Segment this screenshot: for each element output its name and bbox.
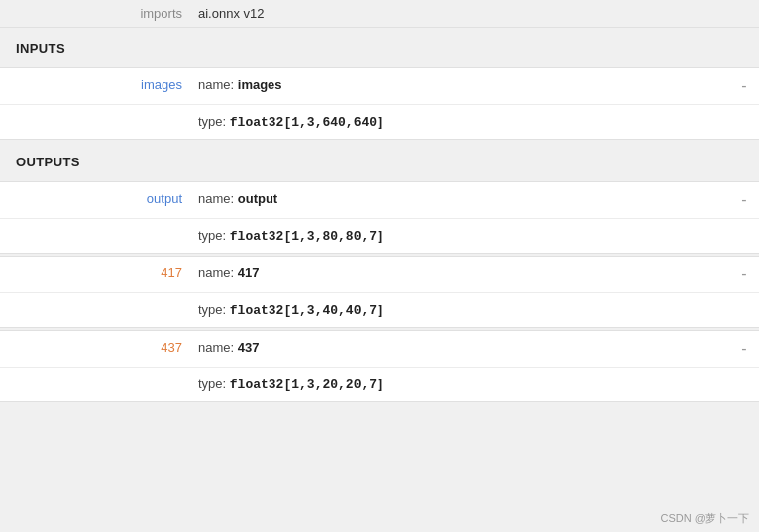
imports-label: imports [0, 6, 198, 21]
item-name-images: name: images [198, 77, 729, 95]
item-dash-type-output [729, 228, 759, 244]
section-header-text-inputs: INPUTS [16, 41, 65, 55]
item-type-text-437: type: float32[1,3,20,20,7] [198, 376, 729, 392]
item-dash-name-output: - [729, 191, 759, 209]
item-name-output: name: output [198, 191, 729, 209]
item-name-row-417: 417name: 417- [0, 257, 759, 292]
item-type-text-output: type: float32[1,3,80,80,7] [198, 228, 729, 244]
section-header-text-outputs: OUTPUTS [16, 155, 80, 169]
item-name-row-images: imagesname: images- [0, 68, 759, 104]
item-type-output: type: float32[1,3,80,80,7] [198, 228, 729, 244]
item-type-417: type: float32[1,3,40,40,7] [198, 302, 729, 318]
watermark: CSDN @萝卜一下 [661, 511, 749, 526]
item-empty-col-417 [0, 302, 198, 318]
item-name-text-images: name: images [198, 77, 729, 92]
item-label-images: images [0, 77, 198, 95]
item-block-images: imagesname: images-type: float32[1,3,640… [0, 67, 759, 140]
item-type-text-images: type: float32[1,3,640,640] [198, 114, 729, 130]
item-name-row-437: 437name: 437- [0, 331, 759, 367]
item-type-row-images: type: float32[1,3,640,640] [0, 104, 759, 139]
item-dash-name-417: - [729, 266, 759, 283]
item-dash-name-437: - [729, 340, 759, 358]
item-dash-type-images [729, 114, 759, 130]
item-dash-type-437 [729, 376, 759, 392]
item-label-437: 437 [0, 340, 198, 358]
section-header-outputs: OUTPUTS [0, 142, 759, 181]
page-container: imports ai.onnx v12 INPUTSimagesname: im… [0, 0, 759, 402]
item-type-row-output: type: float32[1,3,80,80,7] [0, 218, 759, 253]
section-header-inputs: INPUTS [0, 28, 759, 67]
item-type-row-437: type: float32[1,3,20,20,7] [0, 367, 759, 401]
item-label-output: output [0, 191, 198, 209]
item-name-417: name: 417 [198, 266, 729, 283]
item-block-output: outputname: output-type: float32[1,3,80,… [0, 181, 759, 254]
sections-container: INPUTSimagesname: images-type: float32[1… [0, 28, 759, 402]
item-dash-type-417 [729, 302, 759, 318]
item-name-text-437: name: 437 [198, 340, 729, 355]
imports-row: imports ai.onnx v12 [0, 0, 759, 28]
item-type-row-417: type: float32[1,3,40,40,7] [0, 292, 759, 327]
item-type-437: type: float32[1,3,20,20,7] [198, 376, 729, 392]
item-name-text-output: name: output [198, 191, 729, 206]
item-type-images: type: float32[1,3,640,640] [198, 114, 729, 130]
item-name-437: name: 437 [198, 340, 729, 358]
imports-value: ai.onnx v12 [198, 6, 759, 21]
item-dash-name-images: - [729, 77, 759, 95]
item-empty-col-images [0, 114, 198, 130]
item-block-437: 437name: 437-type: float32[1,3,20,20,7] [0, 330, 759, 402]
item-name-row-output: outputname: output- [0, 182, 759, 218]
item-block-417: 417name: 417-type: float32[1,3,40,40,7] [0, 256, 759, 328]
item-name-text-417: name: 417 [198, 266, 729, 280]
item-type-text-417: type: float32[1,3,40,40,7] [198, 302, 729, 318]
item-label-417: 417 [0, 266, 198, 283]
item-empty-col-437 [0, 376, 198, 392]
item-empty-col-output [0, 228, 198, 244]
